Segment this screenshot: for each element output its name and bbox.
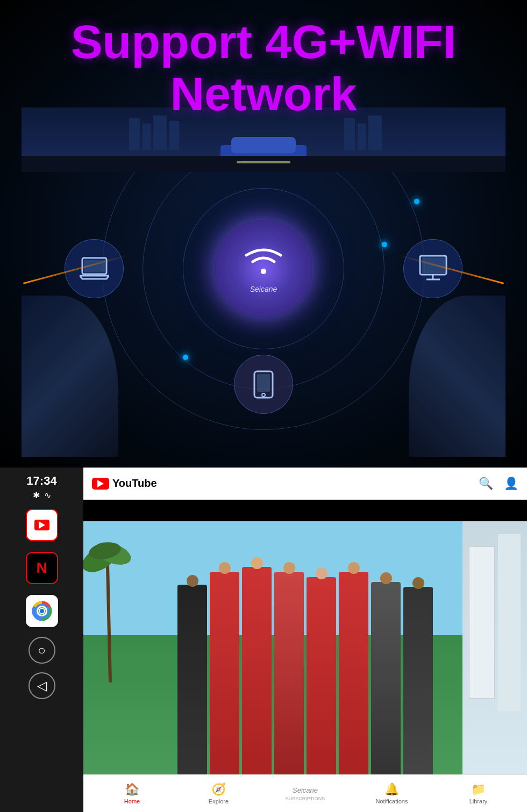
header-icons: 🔍 👤 <box>479 477 518 491</box>
svg-point-16 <box>261 269 266 274</box>
svg-rect-3 <box>153 116 167 150</box>
phone-device-circle <box>234 355 293 414</box>
nav-item-explore[interactable]: 🧭 Explore <box>197 782 240 804</box>
person-4 <box>274 572 304 774</box>
chromium-icon-svg <box>31 600 53 622</box>
notifications-nav-icon: 🔔 <box>384 782 399 796</box>
svg-line-31 <box>108 564 110 682</box>
status-icons: ✱ ∿ <box>5 490 78 500</box>
home-nav-button[interactable]: ○ <box>29 637 55 664</box>
app-icon-youtube[interactable] <box>26 509 58 541</box>
back-nav-button[interactable]: ◁ <box>29 672 55 699</box>
people-row <box>83 521 527 774</box>
home-button-icon: ○ <box>38 643 46 658</box>
top-section: Support 4G+WIFI Network <box>0 0 527 468</box>
library-nav-label: Library <box>469 798 488 804</box>
svg-rect-7 <box>368 116 382 150</box>
svg-rect-4 <box>169 121 179 150</box>
time-display: 17:34 <box>5 474 78 488</box>
building-window-area <box>469 547 495 699</box>
svg-point-24 <box>262 393 265 397</box>
explore-nav-label: Explore <box>209 798 229 804</box>
building-2 <box>498 534 521 712</box>
svg-rect-14 <box>22 156 505 172</box>
video-scene <box>83 521 527 774</box>
svg-rect-6 <box>358 124 366 150</box>
nav-item-home[interactable]: 🏠 Home <box>111 782 154 804</box>
person-head-4 <box>283 562 295 574</box>
nav-item-library[interactable]: 📁 Library <box>457 782 500 804</box>
svg-rect-9 <box>231 137 296 153</box>
youtube-bottom-nav: 🏠 Home 🧭 Explore Seicane SUBSCRIPTIONS 🔔… <box>83 774 527 812</box>
person-5 <box>307 577 336 774</box>
youtube-header: YouTube 🔍 👤 <box>83 468 527 500</box>
youtube-logo-icon <box>92 478 109 490</box>
svg-rect-2 <box>143 124 151 150</box>
person-6 <box>339 572 368 774</box>
svg-point-30 <box>40 609 44 613</box>
svg-rect-15 <box>237 161 290 163</box>
video-thumbnail <box>83 500 527 774</box>
person-head-8 <box>412 577 424 589</box>
headline: Support 4G+WIFI Network <box>71 0 456 120</box>
glow-dot-4 <box>382 242 387 247</box>
bottom-section: 17:34 ✱ ∿ N <box>0 468 527 812</box>
wifi-status-icon: ∿ <box>44 490 51 500</box>
video-black-bar <box>83 500 527 521</box>
netflix-letter: N <box>36 559 47 577</box>
person-1 <box>177 585 207 774</box>
youtube-logo: YouTube <box>92 477 157 490</box>
app-icon-netflix[interactable]: N <box>26 552 58 584</box>
person-2 <box>210 572 239 774</box>
dashboard-inner: Seicane <box>75 134 452 403</box>
person-head-1 <box>187 575 198 587</box>
bluetooth-icon: ✱ <box>33 490 40 500</box>
app-icon-chromium[interactable] <box>26 595 58 627</box>
video-container[interactable] <box>83 500 527 774</box>
person-7 <box>371 582 401 774</box>
subscriptions-nav-sublabel: SUBSCRIPTIONS <box>286 796 325 801</box>
seicane-nav-label: Seicane <box>293 786 318 794</box>
person-head-7 <box>380 572 392 584</box>
notifications-nav-label: Notifications <box>376 798 408 804</box>
dashboard-illustration: Seicane <box>22 107 505 457</box>
svg-rect-25 <box>257 374 270 392</box>
palm-tree-svg <box>83 521 137 682</box>
person-8 <box>403 587 433 774</box>
person-head-3 <box>251 557 263 569</box>
nav-item-notifications[interactable]: 🔔 Notifications <box>371 782 414 804</box>
explore-nav-icon: 🧭 <box>211 782 226 796</box>
dashboard-background: Seicane <box>0 97 527 468</box>
person-head-6 <box>348 562 360 574</box>
headline-line2: Network <box>71 68 456 120</box>
youtube-play-triangle <box>97 480 104 487</box>
trees-left <box>83 521 137 774</box>
home-nav-label: Home <box>124 798 140 804</box>
building-right <box>462 521 527 774</box>
youtube-main-content: YouTube 🔍 👤 <box>83 468 527 812</box>
person-head-2 <box>219 562 231 574</box>
svg-rect-1 <box>129 118 140 150</box>
youtube-logo-text: YouTube <box>112 477 157 490</box>
wifi-center-circle: Seicane <box>215 220 312 317</box>
nav-item-seicane: Seicane SUBSCRIPTIONS <box>284 786 327 801</box>
glow-dot-3 <box>183 355 188 360</box>
search-icon[interactable]: 🔍 <box>479 477 493 491</box>
status-bar: 17:34 ✱ ∿ <box>0 468 83 504</box>
seicane-brand-label: Seicane <box>250 285 277 293</box>
svg-rect-5 <box>344 118 355 150</box>
home-nav-icon: 🏠 <box>125 782 139 796</box>
account-icon[interactable]: 👤 <box>504 477 518 491</box>
wifi-icon <box>242 245 285 283</box>
library-nav-icon: 📁 <box>471 782 486 796</box>
glow-dot-2 <box>414 199 419 204</box>
headline-line1: Support 4G+WIFI <box>71 16 456 68</box>
back-button-icon: ◁ <box>37 678 47 693</box>
person-head-5 <box>316 567 327 579</box>
person-3 <box>242 567 272 774</box>
sidebar: 17:34 ✱ ∿ N <box>0 468 83 812</box>
